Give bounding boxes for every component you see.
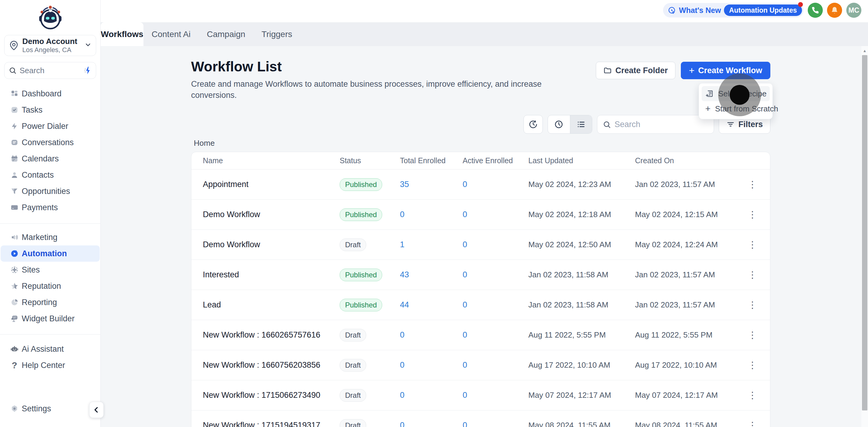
kebab-menu-icon[interactable]: ⋮ bbox=[748, 269, 757, 280]
workflow-name[interactable]: New Workflow : 1715066273490 bbox=[203, 391, 340, 400]
column-last-updated[interactable]: Last Updated bbox=[528, 156, 635, 165]
kebab-menu-icon[interactable]: ⋮ bbox=[748, 390, 757, 400]
menu-item-start-from-scratch[interactable]: + Start from Scratch bbox=[702, 101, 770, 116]
sidebar-item-help-center[interactable]: ? Help Center bbox=[0, 357, 100, 373]
active-enrolled-link[interactable]: 0 bbox=[463, 180, 467, 189]
workflow-name[interactable]: New Workflow : 1660265757616 bbox=[203, 330, 340, 340]
kebab-menu-icon[interactable]: ⋮ bbox=[748, 420, 757, 427]
create-workflow-button[interactable]: + Create Workflow bbox=[681, 62, 770, 79]
sidebar-item-dashboard[interactable]: Dashboard bbox=[0, 86, 100, 102]
created-on-value: Jan 02 2023, 11:57 AM bbox=[635, 180, 748, 189]
sidebar-item-contacts[interactable]: Contacts bbox=[0, 167, 100, 183]
sidebar-item-payments[interactable]: Payments bbox=[0, 199, 100, 216]
active-enrolled-link[interactable]: 0 bbox=[463, 421, 467, 427]
table-row[interactable]: Lead Published 44 0 Jan 02 2023, 11:58 A… bbox=[191, 290, 770, 320]
sidebar-search[interactable] bbox=[4, 62, 96, 79]
workflow-name[interactable]: New Workflow : 1660756203856 bbox=[203, 360, 340, 370]
workflow-name[interactable]: Demo Workflow bbox=[203, 240, 340, 249]
breadcrumb[interactable]: Home bbox=[194, 138, 770, 148]
sidebar-item-settings[interactable]: Settings bbox=[0, 400, 100, 417]
tab-workflows[interactable]: Workflows bbox=[101, 22, 144, 46]
list-view-toggle[interactable] bbox=[570, 115, 592, 133]
automation-updates-badge[interactable]: Automation Updates bbox=[724, 4, 802, 16]
kebab-menu-icon[interactable]: ⋮ bbox=[748, 360, 757, 370]
notifications-button[interactable] bbox=[827, 3, 842, 18]
workflow-search-input[interactable] bbox=[615, 120, 699, 129]
menu-item-select-recipe[interactable]: Select Recipe bbox=[702, 86, 770, 101]
sidebar-collapse-button[interactable] bbox=[89, 402, 104, 418]
workflow-name[interactable]: Lead bbox=[203, 300, 340, 309]
sidebar-item-tasks[interactable]: Tasks bbox=[0, 102, 100, 118]
table-row[interactable]: New Workflow : 1715066273490 Draft 0 0 M… bbox=[191, 380, 770, 410]
sidebar-item-automation[interactable]: Automation bbox=[1, 245, 100, 262]
active-enrolled-link[interactable]: 0 bbox=[463, 240, 467, 249]
total-enrolled-link[interactable]: 1 bbox=[400, 240, 404, 249]
active-enrolled-link[interactable]: 0 bbox=[463, 360, 467, 369]
star-icon bbox=[10, 282, 19, 290]
total-enrolled-link[interactable]: 0 bbox=[400, 210, 404, 219]
whats-new-button[interactable]: What's New Automation Updates bbox=[663, 3, 804, 18]
kebab-menu-icon[interactable]: ⋮ bbox=[748, 330, 757, 340]
workflow-name[interactable]: New Workflow : 1715194519317 bbox=[203, 421, 340, 427]
create-folder-button[interactable]: Create Folder bbox=[596, 62, 675, 79]
sidebar-search-input[interactable] bbox=[20, 66, 74, 75]
sidebar-item-reputation[interactable]: Reputation bbox=[0, 278, 100, 294]
scrollbar-thumb[interactable] bbox=[862, 55, 867, 410]
workflow-name[interactable]: Interested bbox=[203, 270, 340, 280]
table-row[interactable]: New Workflow : 1715194519317 Draft 0 0 M… bbox=[191, 410, 770, 427]
total-enrolled-link[interactable]: 35 bbox=[400, 180, 409, 189]
column-name[interactable]: Name bbox=[203, 156, 340, 165]
active-enrolled-link[interactable]: 0 bbox=[463, 330, 467, 339]
kebab-menu-icon[interactable]: ⋮ bbox=[748, 209, 757, 220]
total-enrolled-link[interactable]: 43 bbox=[400, 270, 409, 279]
workflow-name[interactable]: Appointment bbox=[203, 180, 340, 189]
table-row[interactable]: Interested Published 43 0 Jan 02 2023, 1… bbox=[191, 260, 770, 290]
active-enrolled-link[interactable]: 0 bbox=[463, 300, 467, 309]
workflow-search[interactable] bbox=[597, 115, 714, 134]
sidebar-item-sites[interactable]: Sites bbox=[0, 262, 100, 278]
scroll-up-arrow[interactable]: ▲ bbox=[861, 46, 868, 55]
active-enrolled-link[interactable]: 0 bbox=[463, 210, 467, 219]
active-enrolled-link[interactable]: 0 bbox=[463, 391, 467, 400]
user-avatar[interactable]: MC bbox=[846, 3, 861, 18]
column-active-enrolled[interactable]: Active Enrolled bbox=[463, 156, 528, 165]
tab-triggers[interactable]: Triggers bbox=[253, 22, 301, 46]
sidebar-item-reporting[interactable]: Reporting bbox=[0, 294, 100, 310]
active-enrolled-link[interactable]: 0 bbox=[463, 270, 467, 279]
history-button[interactable] bbox=[524, 115, 543, 134]
kebab-menu-icon[interactable]: ⋮ bbox=[748, 300, 757, 310]
tab-campaign[interactable]: Campaign bbox=[198, 22, 253, 46]
sidebar-item-opportunities[interactable]: Opportunities bbox=[0, 183, 100, 199]
status-badge: Draft bbox=[340, 238, 366, 251]
location-pin-icon bbox=[9, 40, 19, 51]
plus-icon: + bbox=[705, 104, 711, 113]
sidebar-item-calendars[interactable]: Calendars bbox=[0, 151, 100, 167]
account-switcher[interactable]: Demo Account Los Angeles, CA bbox=[4, 35, 96, 56]
phone-button[interactable] bbox=[808, 3, 823, 18]
page-scrollbar[interactable]: ▲ bbox=[861, 46, 868, 427]
total-enrolled-link[interactable]: 0 bbox=[400, 391, 404, 400]
filter-icon bbox=[726, 120, 735, 129]
sidebar-item-conversations[interactable]: Conversations bbox=[0, 134, 100, 151]
total-enrolled-link[interactable]: 0 bbox=[400, 421, 404, 427]
column-status[interactable]: Status bbox=[340, 156, 400, 165]
column-total-enrolled[interactable]: Total Enrolled bbox=[400, 156, 463, 165]
total-enrolled-link[interactable]: 0 bbox=[400, 360, 404, 369]
table-row[interactable]: New Workflow : 1660265757616 Draft 0 0 A… bbox=[191, 320, 770, 350]
total-enrolled-link[interactable]: 44 bbox=[400, 300, 409, 309]
sidebar-item-ai-assistant[interactable]: Ai Assistant bbox=[0, 341, 100, 357]
table-row[interactable]: Demo Workflow Published 0 0 May 02 2024,… bbox=[191, 200, 770, 230]
table-row[interactable]: Appointment Published 35 0 May 02 2024, … bbox=[191, 169, 770, 200]
column-created-on[interactable]: Created On bbox=[635, 156, 748, 165]
tab-content-ai[interactable]: Content Ai bbox=[144, 22, 198, 46]
workflow-name[interactable]: Demo Workflow bbox=[203, 210, 340, 219]
sidebar-item-power-dialer[interactable]: Power Dialer bbox=[0, 118, 100, 134]
version-view-toggle[interactable] bbox=[548, 115, 570, 133]
table-row[interactable]: Demo Workflow Draft 1 0 May 02 2024, 12:… bbox=[191, 230, 770, 260]
sidebar-item-marketing[interactable]: Marketing bbox=[0, 229, 100, 245]
table-row[interactable]: New Workflow : 1660756203856 Draft 0 0 A… bbox=[191, 350, 770, 380]
sidebar-item-widget-builder[interactable]: Widget Builder bbox=[0, 310, 100, 327]
kebab-menu-icon[interactable]: ⋮ bbox=[748, 239, 757, 250]
total-enrolled-link[interactable]: 0 bbox=[400, 330, 404, 339]
kebab-menu-icon[interactable]: ⋮ bbox=[748, 179, 757, 190]
